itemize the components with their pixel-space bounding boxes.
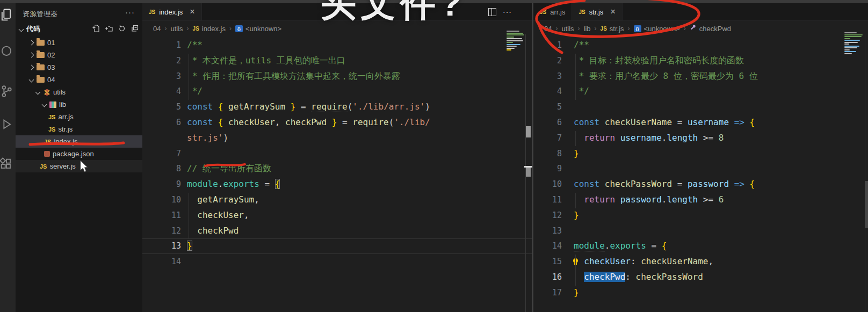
tree-item-utils[interactable]: utils	[16, 86, 142, 98]
code-line[interactable]: 6 const checkUserName = username => {	[533, 115, 868, 130]
source-control-icon[interactable]	[0, 84, 15, 99]
code-line[interactable]: 17 }	[533, 285, 868, 301]
code-line[interactable]: 2 * 本文件是，utils 工具包的唯一出口	[142, 53, 532, 69]
breadcrumb-item-str-js[interactable]: JSstr.js	[601, 25, 624, 33]
breadcrumb-separator: ›	[555, 25, 558, 32]
code-line[interactable]: 14	[142, 254, 532, 270]
scrollbar-thumb[interactable]	[865, 181, 868, 228]
breadcrumb-label: lib	[584, 25, 591, 33]
code-line[interactable]: 12 checkPwd	[142, 223, 532, 239]
line-number: 17	[533, 285, 562, 301]
tree-item-arr-js[interactable]: JS arr.js	[16, 111, 142, 123]
tree-item-index-js[interactable]: JS index.js	[16, 135, 142, 148]
breadcrumb-item--unknown-[interactable]: {}<unknown>	[634, 25, 680, 33]
minimap-right[interactable]	[844, 32, 864, 54]
code-line[interactable]: 9	[533, 161, 868, 177]
tab-arr-js[interactable]: JS arr.js	[533, 3, 572, 20]
code-line[interactable]: 15 checkUser: checkUserName,	[533, 254, 868, 270]
tree-item-04[interactable]: 04	[16, 74, 142, 86]
code-line[interactable]: 12 }	[533, 208, 868, 223]
breadcrumb-separator: ›	[229, 25, 232, 32]
code-line[interactable]: 14 module.exports = {	[533, 238, 868, 254]
explorer-icon[interactable]	[0, 8, 15, 23]
code-line[interactable]: 9 module.exports = {	[142, 177, 532, 192]
code-line[interactable]: 3 * 作用：把所有工具模块方法集中起来，统一向外暴露	[142, 69, 532, 84]
tree-item-server-js[interactable]: JS server.js	[16, 160, 142, 172]
code-line[interactable]: 2 * 目标：封装校验用户名和密码长度的函数	[533, 53, 868, 69]
tree-item-str-js[interactable]: JS str.js	[16, 123, 142, 135]
line-text: * 要求：用户名最少 8 位，密码最少为 6 位	[562, 69, 758, 84]
extensions-icon[interactable]	[0, 157, 15, 172]
code-line[interactable]: 1 /**	[142, 38, 532, 53]
line-text: }	[562, 208, 579, 223]
line-text: }	[562, 285, 579, 301]
code-line[interactable]: str.js')	[142, 130, 532, 146]
scrollbar-thumb[interactable]	[526, 168, 531, 177]
breadcrumb-item-04[interactable]: 04	[544, 25, 552, 33]
code-line[interactable]: 7 return username.length >= 8	[533, 130, 868, 146]
close-icon[interactable]: ×	[190, 8, 194, 16]
breadcrumb-item--unknown-[interactable]: {}<unknown>	[235, 25, 281, 33]
line-number: 5	[142, 99, 181, 115]
tab-str-js[interactable]: JS str.js ×	[572, 3, 622, 20]
tab-index-js[interactable]: JS index.js ×	[142, 3, 202, 20]
indent-guide	[575, 54, 576, 100]
new-file-icon[interactable]	[92, 24, 100, 33]
minimap-left[interactable]	[507, 31, 525, 50]
code-line[interactable]: 8 // 统一导出所有函数	[142, 161, 532, 177]
file-icon	[37, 64, 45, 70]
line-text: module.exports = {	[181, 177, 280, 192]
breadcrumb-item-checkPwd[interactable]: checkPwd	[690, 24, 731, 33]
line-number: 10	[533, 177, 562, 192]
code-line[interactable]: 4 */	[142, 84, 532, 99]
code-line[interactable]: 13	[533, 223, 868, 239]
code-line[interactable]: 13 }	[142, 238, 532, 254]
code-line[interactable]: 3 * 要求：用户名最少 8 位，密码最少为 6 位	[533, 69, 868, 84]
breadcrumb-item-index-js[interactable]: JSindex.js	[193, 25, 226, 33]
split-editor-icon[interactable]	[488, 8, 496, 16]
code-line[interactable]: 5 const { getArraySum } = require('./lib…	[142, 99, 532, 115]
code-line[interactable]: 8 }	[533, 146, 868, 162]
scrollbar-thumb[interactable]	[526, 126, 531, 137]
editor-more-icon[interactable]: ···	[503, 8, 512, 16]
breadcrumb-item-lib[interactable]: lib	[584, 25, 591, 33]
tree-item-package-json[interactable]: package.json	[16, 148, 142, 160]
search-icon[interactable]	[0, 44, 15, 59]
collapse-all-icon[interactable]	[131, 24, 139, 33]
line-number: 1	[142, 38, 181, 53]
tree-item-lib[interactable]: lib	[16, 98, 142, 111]
line-text: checkPwd	[181, 223, 238, 239]
breadcrumb-label: 04	[544, 25, 552, 33]
code-editor-str-js[interactable]: 1 /** 2 * 目标：封装校验用户名和密码长度的函数 3 * 要求：用户名最…	[533, 38, 868, 301]
line-text: checkUser: checkUserName,	[562, 254, 713, 270]
symbol-icon: {}	[634, 25, 641, 32]
code-line[interactable]: 11 return password.length >= 6	[533, 192, 868, 208]
code-line[interactable]: 7	[142, 146, 532, 162]
tree-item-03[interactable]: 03	[16, 61, 142, 74]
run-debug-icon[interactable]	[0, 117, 15, 132]
close-icon[interactable]: ×	[610, 8, 615, 16]
line-number: 9	[533, 161, 562, 177]
line-number: 2	[533, 53, 562, 69]
code-line[interactable]: 10 getArraySum,	[142, 192, 532, 208]
code-line[interactable]: 11 checkUser,	[142, 208, 532, 223]
code-line[interactable]: 16 checkPwd: checkPassWord	[533, 270, 868, 285]
workspace-section-header[interactable]: 代码	[16, 23, 142, 35]
breadcrumb: 04›utils›JSindex.js›{}<unknown>	[142, 21, 532, 36]
more-actions-icon[interactable]: ···	[125, 8, 135, 17]
refresh-icon[interactable]	[118, 24, 126, 33]
code-line[interactable]: 5	[533, 99, 868, 115]
code-line[interactable]: 10 const checkPassWord = password => {	[533, 177, 868, 192]
code-line[interactable]: 6 const { checkUser, checkPwd } = requir…	[142, 115, 532, 130]
tree-item-01[interactable]: 01	[16, 37, 142, 49]
breadcrumb-separator: ›	[628, 25, 630, 32]
breadcrumb-item-utils[interactable]: utils	[561, 25, 574, 33]
breadcrumb-item-utils[interactable]: utils	[170, 25, 183, 33]
new-folder-icon[interactable]	[105, 24, 113, 33]
code-line[interactable]: 1 /**	[533, 38, 868, 53]
tree-item-label: server.js	[49, 162, 75, 170]
code-editor-index-js[interactable]: 1 /** 2 * 本文件是，utils 工具包的唯一出口 3 * 作用：把所有…	[142, 38, 532, 270]
code-line[interactable]: 4 */	[533, 84, 868, 99]
breadcrumb-item-04[interactable]: 04	[153, 25, 161, 33]
tree-item-02[interactable]: 02	[16, 49, 142, 61]
